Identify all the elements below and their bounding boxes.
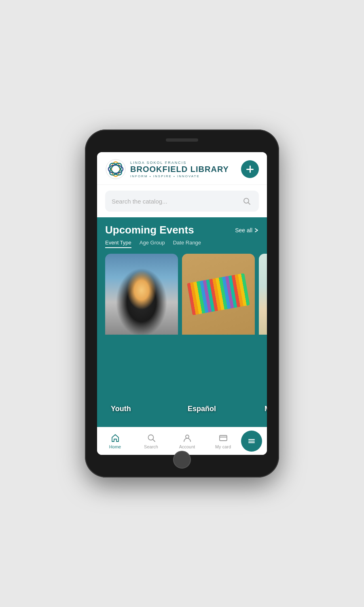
search-section: Search the catalog... — [97, 185, 267, 217]
svg-line-6 — [248, 203, 250, 205]
nav-label-search: Search — [144, 444, 158, 449]
nav-label-account: Account — [179, 444, 195, 449]
filter-age-group[interactable]: Age Group — [140, 240, 165, 248]
logo-text: LINDA SOKOL FRANCIS BROOKFIELD LIBRARY I… — [130, 161, 229, 178]
logo-subtitle: LINDA SOKOL FRANCIS — [130, 161, 229, 165]
maker-card-label: Maker — [265, 405, 267, 413]
events-filters: Event Type Age Group Date Range — [97, 240, 267, 254]
espanol-card-label: Español — [188, 405, 216, 413]
espanol-photo-bg — [182, 254, 255, 335]
events-cards: Youth Español Maker — [97, 254, 267, 427]
event-card-espanol[interactable]: Español — [182, 254, 255, 419]
phone-screen: LINDA SOKOL FRANCIS BROOKFIELD LIBRARY I… — [97, 152, 267, 455]
filter-date-range[interactable]: Date Range — [173, 240, 201, 248]
youth-photo-bg — [105, 254, 178, 335]
svg-point-9 — [186, 435, 189, 438]
svg-rect-10 — [220, 435, 227, 441]
phone-shell: LINDA SOKOL FRANCIS BROOKFIELD LIBRARY I… — [85, 129, 279, 478]
svg-line-8 — [153, 439, 155, 441]
events-section: Upcoming Events See all Event Type Age G… — [97, 217, 267, 427]
logo-title: BROOKFIELD LIBRARY — [130, 165, 229, 174]
event-card-maker[interactable]: Maker — [259, 254, 267, 419]
nav-item-account[interactable]: Account — [169, 431, 205, 452]
filter-event-type[interactable]: Event Type — [105, 240, 131, 248]
logo-tagline: INFORM • INSPIRE • INNOVATE — [130, 174, 229, 178]
menu-fab-button[interactable] — [241, 431, 262, 452]
nav-label-home: Home — [109, 444, 121, 449]
search-icon — [146, 433, 156, 443]
search-magnifier-icon[interactable] — [241, 195, 252, 207]
espanol-card-image — [182, 254, 255, 335]
see-all-label: See all — [235, 227, 252, 233]
phone-home-button[interactable] — [173, 451, 191, 469]
logo-area: LINDA SOKOL FRANCIS BROOKFIELD LIBRARY I… — [105, 159, 229, 180]
add-button[interactable] — [241, 160, 259, 178]
event-card-youth[interactable]: Youth — [105, 254, 178, 419]
events-title: Upcoming Events — [105, 224, 194, 236]
maker-card-image — [259, 254, 267, 335]
maker-photo-bg — [259, 254, 267, 335]
see-all-button[interactable]: See all — [235, 227, 259, 233]
nav-item-mycard[interactable]: My card — [205, 431, 241, 452]
search-bar[interactable]: Search the catalog... — [105, 191, 259, 212]
account-icon — [182, 433, 192, 443]
youth-card-image — [105, 254, 178, 335]
library-logo-icon — [105, 159, 126, 180]
nav-label-mycard: My card — [215, 444, 231, 449]
phone-speaker — [166, 138, 198, 142]
nav-item-search[interactable]: Search — [133, 431, 169, 452]
nav-item-home[interactable]: Home — [97, 431, 133, 452]
home-icon — [110, 433, 120, 443]
search-placeholder-text: Search the catalog... — [112, 198, 167, 205]
app-header: LINDA SOKOL FRANCIS BROOKFIELD LIBRARY I… — [97, 152, 267, 185]
card-icon — [218, 433, 228, 443]
events-header: Upcoming Events See all — [97, 217, 267, 240]
youth-card-label: Youth — [111, 405, 131, 413]
